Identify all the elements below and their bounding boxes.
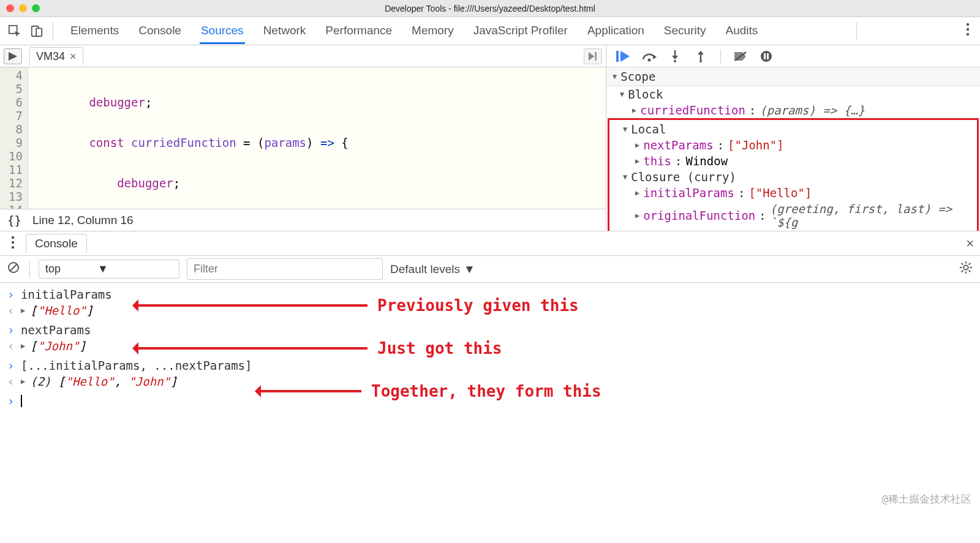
titlebar: Developer Tools - file:///Users/yazeed/D… — [0, 0, 980, 17]
svg-point-5 — [967, 33, 969, 36]
svg-point-25 — [12, 246, 14, 249]
annotation-3: Together, they form this — [257, 382, 601, 400]
filter-input[interactable] — [187, 258, 383, 280]
scope-title: Scope — [620, 70, 655, 83]
console-input-1: initialParams — [21, 288, 112, 301]
svg-rect-2 — [36, 28, 42, 36]
svg-line-34 — [969, 271, 971, 272]
chevron-down-icon: ▼ — [464, 263, 475, 276]
svg-marker-10 — [620, 51, 630, 62]
close-window-icon[interactable] — [6, 4, 14, 12]
svg-point-18 — [699, 60, 702, 62]
scope-block[interactable]: ▼Block — [606, 86, 980, 102]
window-title: Developer Tools - file:///Users/yazeed/D… — [0, 4, 980, 13]
svg-marker-17 — [698, 51, 704, 54]
svg-line-27 — [10, 264, 17, 271]
console-input-2: nextParams — [21, 323, 91, 337]
tab-elements[interactable]: Elements — [69, 18, 120, 44]
chevron-down-icon: ▼ — [97, 263, 108, 275]
scope-local-this[interactable]: ▶ this: Window — [609, 153, 977, 169]
inspect-element-icon[interactable] — [4, 24, 26, 38]
svg-marker-7 — [589, 52, 594, 61]
close-tab-icon[interactable]: × — [70, 50, 77, 63]
kebab-menu-icon[interactable] — [959, 23, 976, 39]
console-output[interactable]: ›initialParams ‹▶["Hello"] ›nextParams ‹… — [0, 283, 980, 543]
resume-icon[interactable] — [615, 49, 632, 64]
log-levels-select[interactable]: Default levels ▼ — [390, 263, 475, 276]
svg-marker-11 — [653, 54, 657, 59]
editor-status: {} Line 12, Column 16 — [0, 209, 606, 231]
annotation-2: Just got this — [135, 339, 502, 358]
svg-rect-21 — [764, 53, 766, 59]
context-value: top — [45, 263, 61, 275]
highlighted-scope-section: ▼Local ▶ nextParams: ["John"] ▶ this: Wi… — [608, 118, 979, 231]
svg-marker-6 — [9, 52, 17, 61]
svg-rect-8 — [595, 52, 597, 61]
cursor-position: Line 12, Column 16 — [32, 214, 134, 227]
drawer: Console × top ▼ Default levels ▼ ›initia… — [0, 231, 980, 543]
code-lines: debugger; const curriedFunction = (param… — [28, 67, 606, 209]
file-tab-label: VM34 — [36, 50, 65, 63]
svg-line-35 — [962, 271, 963, 272]
tab-audits[interactable]: Audits — [724, 18, 759, 44]
step-out-icon[interactable] — [692, 49, 709, 64]
line-gutter: 4567891011121314 — [0, 67, 28, 209]
pause-exceptions-icon[interactable] — [758, 49, 775, 64]
format-icon[interactable]: {} — [7, 214, 21, 227]
close-drawer-icon[interactable]: × — [966, 236, 974, 252]
scope-local[interactable]: ▼Local — [609, 121, 977, 137]
scope-block-curriedfunction[interactable]: ▶ curriedFunction: (params) => {…} — [606, 102, 980, 118]
tab-performance[interactable]: Performance — [324, 18, 393, 44]
scope-pane: ▼Scope ▼Block ▶ curriedFunction: (params… — [606, 45, 980, 231]
console-settings-icon[interactable] — [959, 261, 973, 277]
device-toolbar-icon[interactable] — [26, 24, 48, 38]
svg-point-3 — [967, 23, 969, 26]
tab-security[interactable]: Security — [663, 18, 707, 44]
devtools-tabs: Elements Console Sources Network Perform… — [69, 18, 759, 44]
drawer-tab-console[interactable]: Console — [26, 234, 87, 253]
annotation-1: Previously given this — [135, 296, 579, 315]
tab-application[interactable]: Application — [586, 18, 646, 44]
tab-memory[interactable]: Memory — [410, 18, 455, 44]
maximize-window-icon[interactable] — [32, 4, 40, 12]
svg-point-28 — [963, 265, 968, 269]
svg-point-24 — [12, 241, 14, 244]
scope-closure[interactable]: ▼Closure (curry) — [609, 169, 977, 185]
console-input-3: [...initialParams, ...nextParams] — [21, 359, 252, 372]
clear-console-icon[interactable] — [7, 261, 21, 277]
drawer-menu-icon[interactable] — [6, 236, 20, 251]
scope-closure-initialparams[interactable]: ▶ initialParams: ["Hello"] — [609, 185, 977, 201]
step-over-icon[interactable] — [641, 49, 658, 64]
editor-pane: VM34 × 4567891011121314 debugger; const … — [0, 45, 606, 231]
next-frame-icon[interactable] — [584, 48, 602, 64]
tab-network[interactable]: Network — [262, 18, 307, 44]
console-cursor — [21, 395, 22, 407]
svg-rect-9 — [616, 51, 619, 62]
scope-local-nextparams[interactable]: ▶ nextParams: ["John"] — [609, 137, 977, 153]
svg-rect-22 — [767, 53, 769, 59]
scope-header[interactable]: ▼Scope — [606, 67, 980, 86]
svg-point-12 — [648, 58, 651, 61]
svg-point-15 — [674, 60, 676, 62]
code-editor[interactable]: 4567891011121314 debugger; const curried… — [0, 67, 606, 209]
deactivate-breakpoints-icon[interactable] — [732, 49, 749, 64]
context-selector[interactable]: top ▼ — [39, 260, 179, 279]
tab-jsprofiler[interactable]: JavaScript Profiler — [472, 18, 569, 44]
step-into-icon[interactable] — [666, 49, 684, 64]
svg-line-36 — [969, 263, 971, 265]
tab-console[interactable]: Console — [137, 18, 183, 44]
traffic-lights — [6, 4, 40, 12]
svg-point-4 — [967, 28, 969, 31]
scope-closure-originalfunction[interactable]: ▶ originalFunction: (greeting, first, la… — [609, 201, 977, 230]
svg-line-33 — [962, 263, 963, 265]
debug-toolbar — [606, 45, 980, 67]
svg-point-20 — [761, 51, 772, 62]
svg-point-23 — [12, 236, 14, 239]
devtools-tabbar: Elements Console Sources Network Perform… — [0, 17, 980, 45]
watermark: @稀土掘金技术社区 — [882, 492, 971, 506]
file-tab-vm34[interactable]: VM34 × — [29, 47, 83, 66]
svg-marker-14 — [672, 56, 678, 59]
tab-sources[interactable]: Sources — [200, 18, 245, 44]
run-snippet-icon[interactable] — [4, 48, 22, 64]
minimize-window-icon[interactable] — [19, 4, 27, 12]
